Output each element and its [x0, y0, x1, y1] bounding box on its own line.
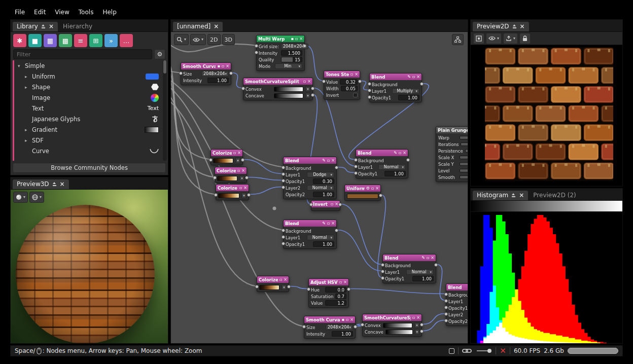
material-preview-sphere[interactable]	[16, 205, 155, 343]
output-port[interactable]	[358, 80, 362, 83]
param-dropdown[interactable]: Normal▾	[307, 185, 334, 191]
close-icon[interactable]: ×	[416, 75, 420, 79]
library-settings-button[interactable]: ⚙	[154, 49, 165, 59]
miscellaneous-icon[interactable]: ✱	[13, 34, 26, 47]
filter-icon[interactable]: ≡	[74, 34, 87, 47]
input-port[interactable]	[444, 319, 448, 322]
tree-item-japanese-glyphs[interactable]: Japanese Glyphs	[13, 114, 162, 124]
screen-icon[interactable]: ▫	[346, 318, 348, 322]
param-dropdown[interactable]: Normal▾	[406, 269, 434, 275]
input-port[interactable]	[282, 179, 285, 183]
close-icon[interactable]: ×	[403, 151, 406, 155]
gradient-bar[interactable]	[259, 285, 279, 290]
tree-item-sdf[interactable]: ▸ SDF	[13, 135, 162, 145]
close-icon[interactable]: ×	[307, 80, 311, 84]
node-header[interactable]: Blend✎▫×	[370, 74, 421, 80]
preview-3d-button[interactable]: 3D	[222, 34, 235, 45]
output-port[interactable]	[303, 44, 306, 48]
tab-preview3d[interactable]: Preview3D ×	[13, 179, 69, 189]
mini-slider[interactable]	[460, 169, 468, 172]
close-icon[interactable]: ×	[284, 278, 287, 282]
input-port[interactable]	[354, 171, 358, 175]
input-port[interactable]	[282, 242, 285, 245]
tab-unnamed-graph[interactable]: [unnamed] ×	[173, 22, 223, 31]
node-uniform[interactable]: Uniform⚙▫×	[344, 185, 381, 201]
param-dropdown[interactable]: Normal▾	[378, 164, 406, 170]
param-slider[interactable]: 15	[281, 57, 302, 62]
input-port[interactable]	[381, 276, 384, 280]
output-port[interactable]	[354, 325, 357, 329]
screen-icon[interactable]: ▫	[339, 280, 342, 284]
output-port[interactable]	[247, 193, 251, 197]
input-port[interactable]	[282, 235, 285, 239]
tree-item-text[interactable]: Text Text	[13, 103, 162, 114]
input-port[interactable]	[213, 176, 217, 179]
input-port[interactable]	[322, 80, 326, 83]
float-icon[interactable]	[512, 24, 517, 29]
input-port[interactable]	[307, 287, 310, 291]
input-port[interactable]	[444, 306, 448, 309]
node-adjust-hsv[interactable]: Adjust HSV▫×Hue0.0Saturation0.7Value1.2	[308, 278, 349, 308]
param-value-box[interactable]: 0.7	[335, 294, 346, 299]
node-header[interactable]: Multi Warp▪▫×	[257, 35, 304, 42]
menu-edit[interactable]: Edit	[29, 7, 50, 17]
node-colorize-4[interactable]: Colorize▫×▾	[257, 276, 289, 292]
screen-icon[interactable]: ▫	[222, 64, 224, 68]
node-header[interactable]: Blend✎▫×	[284, 157, 336, 164]
screen-icon[interactable]: ▫	[412, 75, 415, 79]
screen-icon[interactable]: ▫	[412, 316, 415, 320]
gradient-bar[interactable]	[385, 330, 413, 335]
transform-icon[interactable]: »	[104, 34, 118, 47]
node-colorize-1[interactable]: Colorize▫×▾	[210, 149, 243, 165]
export-button[interactable]: ▾	[503, 33, 518, 44]
close-icon[interactable]: ×	[416, 316, 420, 320]
link-icon[interactable]: ▪	[341, 318, 344, 322]
input-port[interactable]	[368, 82, 371, 86]
chevron-down-icon[interactable]: ▾	[414, 322, 419, 328]
tree-item-image[interactable]: Image	[13, 92, 162, 103]
node-smooth-curvature-split-2[interactable]: SmoothCurvatureSplit▫×Convex▾Concave▾	[362, 314, 422, 337]
node-header[interactable]: Plain Grunge⚙	[436, 127, 468, 133]
close-icon[interactable]: ×	[60, 181, 65, 187]
mini-slider[interactable]	[460, 136, 468, 139]
geometry-icon[interactable]: ■	[28, 34, 42, 47]
preview-2d-button[interactable]: 2D	[207, 34, 220, 45]
scrollbar-thumb[interactable]	[163, 60, 166, 74]
param-dropdown[interactable]: Multiply▾	[392, 88, 419, 94]
input-port[interactable]	[354, 165, 358, 168]
screen-icon[interactable]: ▫	[350, 72, 353, 77]
node-blend-5[interactable]: Blend✎▫×BackgroundLayer1Normal▾Opacity11…	[382, 254, 436, 283]
output-port[interactable]	[406, 158, 410, 162]
brush-icon[interactable]: ✎	[421, 256, 425, 260]
input-port[interactable]	[241, 87, 245, 90]
mini-slider[interactable]	[461, 142, 468, 146]
close-icon[interactable]: ×	[343, 280, 347, 284]
close-icon[interactable]: ×	[431, 256, 434, 260]
library-scrollbar[interactable]	[163, 60, 167, 161]
tab-hierarchy[interactable]: Hierarchy	[59, 22, 96, 31]
output-port[interactable]	[420, 82, 424, 86]
more-icon[interactable]: …	[120, 34, 133, 47]
zoom-button[interactable]: ▾	[174, 34, 189, 45]
input-port[interactable]	[214, 193, 218, 197]
input-port[interactable]	[255, 285, 259, 288]
node-blend-2[interactable]: Blend✎▫×BackgroundLayer1Dodge▾Opacity10.…	[283, 157, 337, 199]
param-dropdown[interactable]: 2048×2048▾	[326, 324, 353, 330]
brush-icon[interactable]: ✎	[322, 222, 326, 226]
error-close-icon[interactable]: ✕	[500, 347, 506, 355]
param-dropdown[interactable]: Dodge▾	[307, 172, 334, 177]
node-invert[interactable]: Invert▫×	[311, 200, 340, 211]
workflow-icon[interactable]: ⊞	[89, 34, 102, 47]
graph-canvas[interactable]: ▾ ▾ 2D 3D	[171, 32, 468, 343]
close-icon[interactable]: ×	[331, 159, 335, 163]
output-port[interactable]	[241, 158, 244, 162]
tab-preview2d-2[interactable]: Preview2D (2)	[529, 191, 580, 200]
environment-select-button[interactable]: ▾	[29, 192, 44, 203]
output-port[interactable]	[338, 203, 342, 206]
close-icon[interactable]: ×	[375, 187, 379, 191]
input-port[interactable]	[282, 172, 285, 176]
float-icon[interactable]	[511, 193, 516, 198]
node-blend-4[interactable]: Blend✎▫×BackgroundLayer1Normal▾Opacity11…	[283, 220, 337, 249]
close-icon[interactable]: ×	[243, 186, 247, 190]
param-value-box[interactable]: 1.00	[313, 192, 334, 197]
